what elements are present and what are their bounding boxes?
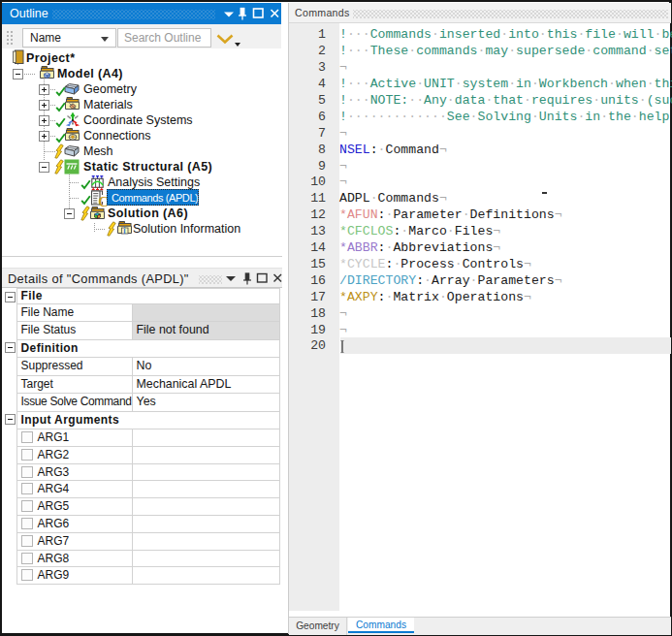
svg-text:i: i	[123, 226, 125, 235]
